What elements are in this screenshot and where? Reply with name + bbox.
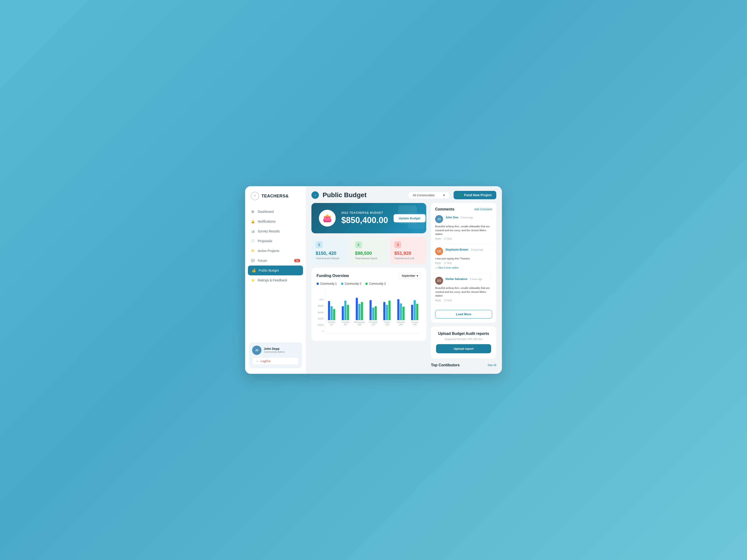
- comment-author-3: Stefan Salvatore: [445, 277, 467, 281]
- page-title: Public Budget: [323, 191, 404, 199]
- sidebar-item-label: Proposals: [258, 239, 272, 243]
- day-group-fri: Friday12th: [381, 292, 393, 326]
- stat-left-label: Total Amount Left: [394, 257, 422, 260]
- comment-item: JD John Doe 2 hours ago ♡ Beautiful writ…: [435, 215, 492, 244]
- sidebar-item-survey[interactable]: Survey Results: [245, 226, 306, 236]
- back-icon: ‹: [315, 193, 316, 197]
- comment-time-3: 2 hours ago: [470, 278, 482, 281]
- day-label-thu: Thursday11th: [369, 321, 378, 326]
- y-label-600k: $600k: [318, 311, 324, 314]
- user-info: JD John Depp Community Admin: [252, 346, 299, 355]
- bar-thu-c2: [372, 308, 374, 320]
- sidebar-item-notifications[interactable]: Notifications: [245, 216, 306, 226]
- legend-c3: Community 3: [365, 282, 386, 285]
- upload-report-button[interactable]: Upload report: [436, 344, 491, 353]
- day-group-sun: Sunday14th: [408, 292, 421, 326]
- reply-link-3[interactable]: Reply: [435, 299, 441, 302]
- fund-icon: 💲: [458, 193, 462, 197]
- sidebar-item-forum[interactable]: Forum 12: [245, 256, 306, 266]
- wallet-icon: 💰: [252, 268, 256, 272]
- stat-raised-value: $150, 420: [316, 250, 343, 256]
- chart-card: Funding Overview September ▾ Community 1: [311, 268, 426, 341]
- sidebar-item-proposals[interactable]: Proposals: [245, 236, 306, 246]
- day-label-sun: Sunday14th: [411, 321, 418, 326]
- comment-avatar-3: SS: [435, 277, 443, 285]
- legend-dot-c3: [365, 283, 368, 285]
- avatar: JD: [252, 346, 261, 355]
- dollar-icon-left: $: [394, 241, 401, 248]
- stat-raised: $ $150, 420 Total Amount Raised: [311, 237, 347, 264]
- legend-dot-c1: [316, 283, 319, 285]
- legend-c1: Community 1: [316, 282, 337, 285]
- day-group-wed: Wednesday10th: [353, 292, 366, 326]
- logout-label: LogOut: [260, 359, 271, 363]
- logout-icon: →: [256, 359, 259, 363]
- communities-label: All Communities: [413, 193, 435, 197]
- comment-author-2: Stephanie Brown: [445, 248, 468, 251]
- folder-icon: [251, 249, 255, 253]
- bar-thu-c3: [375, 306, 377, 320]
- forum-badge: 12: [294, 259, 300, 262]
- heart-icon-3[interactable]: ♡: [490, 277, 492, 280]
- back-button[interactable]: ‹: [311, 191, 319, 199]
- y-label-0: 0: [323, 330, 324, 332]
- day-label-sat: Saturday13th: [396, 321, 405, 326]
- heart-icon-2[interactable]: ♡: [490, 247, 492, 250]
- y-label-400k: $400k: [318, 318, 324, 320]
- reply-link-1[interactable]: Reply: [435, 238, 441, 240]
- y-label-1m: $1M: [319, 298, 324, 301]
- bar-sun-c3: [416, 304, 418, 320]
- view-more-replies[interactable]: — View 2 more replies: [435, 266, 459, 269]
- day-bars-wed: [356, 292, 363, 320]
- day-group-sat: Saturday13th: [394, 292, 407, 326]
- logo-icon: T: [251, 192, 259, 200]
- comments-header: Comments Add Comment: [435, 207, 492, 211]
- sidebar-item-projects[interactable]: Active Projects: [245, 246, 306, 256]
- day-label-fri: Friday12th: [384, 321, 390, 326]
- bar-sun-c2: [414, 300, 416, 320]
- fund-project-button[interactable]: 💲 Fund New Project: [454, 191, 496, 199]
- legend-label-c2: Community 2: [345, 282, 361, 285]
- bell-icon: [251, 219, 255, 223]
- left-column: 👛 2022 TEACHERS& BUDGET $850,400.00 Upda…: [311, 203, 426, 368]
- svg-rect-1: [408, 212, 424, 229]
- day-group-thu: Thursday11th: [367, 292, 380, 326]
- bar-sat-c1: [397, 299, 400, 320]
- reply-link-2[interactable]: Reply: [435, 262, 441, 264]
- bar-mon-c3: [333, 309, 335, 320]
- sidebar-item-budget[interactable]: 💰 Public Budget: [248, 266, 303, 275]
- sidebar-nav: Dashboard Notifications Survey Results P…: [245, 207, 306, 285]
- star-icon: [251, 278, 255, 282]
- day-bars-fri: [383, 292, 390, 320]
- comment-actions-3: Reply 17 likes: [435, 299, 492, 302]
- budget-hero-card: 👛 2022 TEACHERS& BUDGET $850,400.00 Upda…: [311, 203, 426, 233]
- main: ‹ Public Budget All Communities ▾ 💲 Fund…: [306, 186, 502, 374]
- load-more-button[interactable]: Load More: [435, 310, 492, 319]
- heart-icon-1[interactable]: ♡: [490, 215, 492, 218]
- sidebar-item-label: Notifications: [258, 219, 276, 223]
- see-all-link[interactable]: See All: [488, 364, 496, 367]
- audit-card: Upload Budget Audit reports Supported fo…: [431, 326, 496, 358]
- contributors-section: Top Contibutors See All: [431, 362, 496, 368]
- comment-time-2: 2 hours ago: [471, 248, 483, 251]
- user-name: John Depp: [264, 347, 285, 350]
- month-selector[interactable]: September ▾: [398, 273, 421, 279]
- comment-text-2: I was just saying this! Thankss: [435, 257, 492, 261]
- fund-label: Fund New Project: [464, 193, 492, 197]
- app-container: T TEACHERS& Dashboard Notifications Surv…: [245, 186, 502, 374]
- sidebar-item-label: Active Projects: [258, 249, 279, 253]
- chevron-down-icon: ▾: [443, 193, 445, 197]
- comment-actions-1: Reply 17 likes: [435, 238, 492, 240]
- add-comment-link[interactable]: Add Comment: [474, 208, 492, 211]
- likes-3: 17 likes: [444, 299, 452, 302]
- y-label-800k: $800k: [318, 305, 324, 307]
- chart-icon: [251, 229, 255, 233]
- logout-button[interactable]: → LogOut: [252, 357, 299, 365]
- stat-left: $ $51,920 Total Amount Left: [390, 237, 426, 264]
- communities-dropdown[interactable]: All Communities ▾: [408, 191, 450, 199]
- sidebar-item-dashboard[interactable]: Dashboard: [245, 207, 306, 216]
- legend-label-c3: Community 3: [369, 282, 386, 285]
- sidebar-item-ratings[interactable]: Ratings & Feedback: [245, 275, 306, 285]
- bar-tue-c2: [344, 300, 346, 320]
- bar-mon-c2: [331, 306, 333, 320]
